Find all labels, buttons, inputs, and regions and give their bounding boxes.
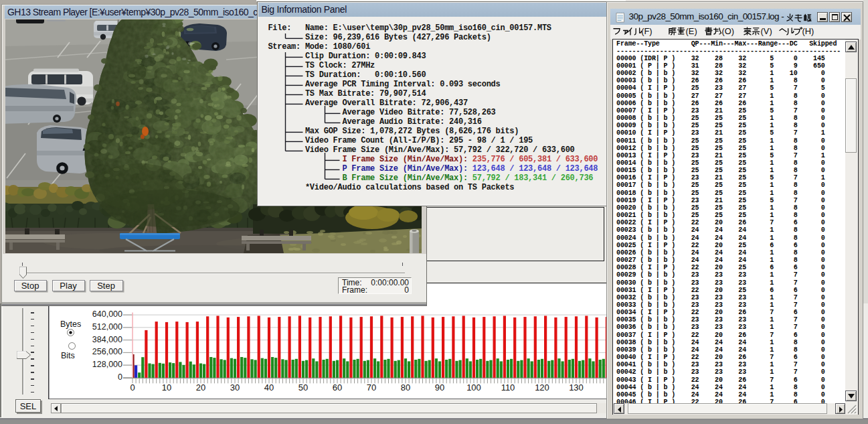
svg-text:(F): (F)	[641, 27, 652, 36]
svg-text:0: 0	[130, 382, 135, 393]
svg-text:20: 20	[195, 382, 205, 393]
svg-text:128,000: 128,000	[92, 360, 122, 369]
svg-text:(O): (O)	[722, 27, 734, 36]
svg-text:110: 110	[501, 382, 515, 393]
svg-text:40: 40	[264, 382, 273, 393]
svg-text:0: 0	[118, 372, 122, 381]
svg-text:90: 90	[434, 382, 444, 393]
svg-text:130: 130	[569, 382, 584, 393]
svg-text:60: 60	[332, 382, 341, 393]
svg-text:(E): (E)	[686, 27, 697, 36]
svg-text:50: 50	[298, 382, 307, 393]
svg-text:120: 120	[535, 382, 549, 393]
svg-text:100: 100	[466, 382, 481, 393]
svg-text:80: 80	[400, 382, 410, 393]
svg-text:70: 70	[366, 382, 375, 393]
svg-text:(V): (V)	[760, 27, 772, 36]
svg-text:(H): (H)	[802, 27, 814, 36]
svg-text:640,000: 640,000	[92, 309, 122, 319]
svg-text:30: 30	[230, 382, 239, 393]
svg-text:256,000: 256,000	[92, 347, 122, 356]
svg-text:10: 10	[161, 382, 171, 393]
svg-text:384,000: 384,000	[92, 334, 122, 344]
svg-text:512,000: 512,000	[92, 322, 122, 331]
